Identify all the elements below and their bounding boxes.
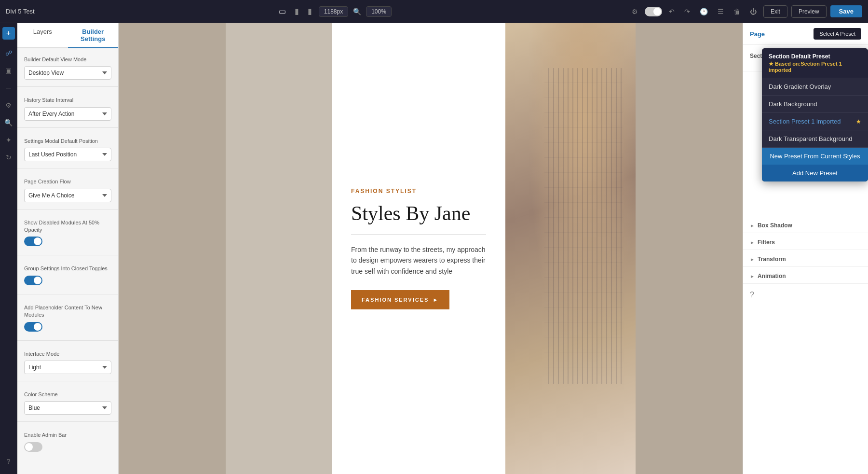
zoom-badge[interactable]: 100% bbox=[366, 6, 392, 17]
admin-bar-toggle-row bbox=[24, 442, 111, 452]
dropdown-header-item: Section Default Preset ★ Based on:Sectio… bbox=[762, 48, 868, 78]
right-panel-header: Page Select A Preset bbox=[743, 23, 868, 45]
active-star-icon: ★ bbox=[856, 118, 861, 125]
section-page-flow: Page Creation Flow Give Me A Choice Alwa… bbox=[17, 170, 118, 207]
filters-chevron: ► bbox=[750, 240, 755, 245]
interface-mode-select[interactable]: Light Dark System bbox=[24, 361, 111, 374]
disabled-opacity-toggle[interactable] bbox=[24, 237, 42, 246]
card-heading: Styles By Jane bbox=[351, 202, 486, 224]
mobile-view-icon[interactable]: ▮ bbox=[306, 5, 314, 18]
disabled-opacity-toggle-row bbox=[24, 237, 111, 246]
redo-icon[interactable]: ↷ bbox=[681, 6, 693, 17]
view-mode-label: Builder Default View Mode bbox=[24, 56, 111, 63]
transform-chevron: ► bbox=[750, 257, 755, 262]
panel-tabs: Layers Builder Settings bbox=[17, 23, 118, 48]
topbar-center: ▭ ▮ ▮ 1188px 🔍 100% bbox=[277, 5, 392, 18]
select-preset-button[interactable]: Select A Preset bbox=[814, 28, 861, 40]
history-icon[interactable]: 🕐 bbox=[697, 6, 711, 17]
dropdown-item-gradient[interactable]: Dark Gradient Overlay bbox=[762, 78, 868, 96]
section-admin-bar: Enable Admin Bar bbox=[17, 424, 118, 458]
tablet-view-icon[interactable]: ▮ bbox=[293, 5, 301, 18]
card-body: From the runway to the streets, my appro… bbox=[351, 244, 486, 277]
page-flow-select[interactable]: Give Me A Choice Always Start Fresh Clon… bbox=[24, 189, 111, 202]
icon-bar-bottom: ? bbox=[5, 454, 13, 474]
preset-dropdown: Section Default Preset ★ Based on:Sectio… bbox=[762, 48, 868, 181]
layout-icon[interactable]: ☰ bbox=[715, 6, 727, 17]
disabled-opacity-label: Show Disabled Modules At 50% Opacity bbox=[24, 219, 111, 234]
settings-panel-icon[interactable]: ⚙ bbox=[0, 98, 17, 113]
left-panel: Layers Builder Settings Builder Default … bbox=[17, 23, 119, 474]
box-shadow-label: Box Shadow bbox=[758, 222, 792, 229]
main: + ☍ ▣ ─ ⚙ 🔍 ✦ ↻ ? Layers Builder Setting… bbox=[0, 23, 868, 474]
tab-page[interactable]: Page bbox=[750, 30, 765, 38]
dropdown-item-dark-transparent[interactable]: Dark Transparent Background bbox=[762, 130, 868, 148]
animation-section[interactable]: ► Animation bbox=[743, 267, 868, 284]
animation-label: Animation bbox=[758, 273, 786, 279]
card-divider bbox=[351, 234, 486, 235]
history-label: History State Interval bbox=[24, 97, 111, 104]
help-icon[interactable]: ? bbox=[5, 454, 13, 469]
transform-section[interactable]: ► Transform bbox=[743, 250, 868, 267]
save-button[interactable]: Save bbox=[830, 5, 862, 17]
history-panel-icon[interactable]: ↻ bbox=[0, 150, 17, 165]
filters-section[interactable]: ► Filters bbox=[743, 233, 868, 250]
power-icon[interactable]: ⏻ bbox=[747, 6, 760, 17]
canvas: Fashion Stylist Styles By Jane From the … bbox=[119, 23, 743, 474]
modules-icon[interactable]: ▣ bbox=[0, 63, 17, 78]
canvas-photo bbox=[505, 23, 636, 474]
topbar: Divi 5 Test ▭ ▮ ▮ 1188px 🔍 100% ⚙ ↶ ↷ 🕐 … bbox=[0, 0, 868, 23]
tab-layers[interactable]: Layers bbox=[17, 23, 68, 47]
canvas-content: Fashion Stylist Styles By Jane From the … bbox=[226, 23, 636, 474]
admin-bar-label: Enable Admin Bar bbox=[24, 432, 111, 439]
layers-icon[interactable]: ☍ bbox=[0, 45, 17, 61]
effects-icon[interactable]: ✦ bbox=[0, 132, 17, 148]
canvas-gray-area bbox=[226, 23, 332, 474]
section-placeholder: Add Placeholder Content To New Modules bbox=[17, 296, 118, 338]
section-view-mode: Builder Default View Mode Desktop View T… bbox=[17, 48, 118, 84]
canvas-card: Fashion Stylist Styles By Jane From the … bbox=[332, 23, 505, 474]
preview-button[interactable]: Preview bbox=[791, 5, 827, 18]
page-flow-label: Page Creation Flow bbox=[24, 178, 111, 185]
desktop-view-icon[interactable]: ▭ bbox=[277, 5, 288, 18]
box-shadow-section[interactable]: ► Box Shadow bbox=[743, 216, 868, 233]
trash-icon[interactable]: 🗑 bbox=[731, 6, 743, 17]
modal-position-label: Settings Modal Default Position bbox=[24, 138, 111, 145]
theme-toggle[interactable] bbox=[645, 7, 662, 16]
color-scheme-select[interactable]: Blue Green Red Purple bbox=[24, 401, 111, 415]
settings-icon[interactable]: ⚙ bbox=[629, 6, 641, 17]
dropdown-based-on-label: ★ Based on:Section Preset 1 imported bbox=[769, 61, 861, 73]
help-icon[interactable]: ? bbox=[750, 291, 754, 299]
view-mode-select[interactable]: Desktop View Tablet View Mobile View bbox=[24, 66, 111, 80]
transform-label: Transform bbox=[758, 256, 786, 263]
search-panel-icon[interactable]: 🔍 bbox=[0, 115, 17, 130]
interface-mode-label: Interface Mode bbox=[24, 350, 111, 358]
search-icon[interactable]: 🔍 bbox=[353, 8, 361, 15]
section-history: History State Interval After Every Actio… bbox=[17, 89, 118, 125]
width-badge[interactable]: 1188px bbox=[319, 6, 348, 17]
styles-icon[interactable]: ─ bbox=[0, 80, 17, 96]
canvas-cta-button[interactable]: Fashion Services ► bbox=[351, 290, 449, 309]
exit-button[interactable]: Exit bbox=[763, 5, 787, 18]
undo-icon[interactable]: ↶ bbox=[666, 6, 678, 17]
group-settings-toggle[interactable] bbox=[24, 276, 42, 285]
right-panel: Page Select A Preset Section Default Pre… bbox=[743, 23, 868, 474]
placeholder-toggle[interactable] bbox=[24, 322, 42, 332]
placeholder-label: Add Placeholder Content To New Modules bbox=[24, 304, 111, 319]
site-title: Divi 5 Test bbox=[6, 8, 35, 15]
add-new-preset-button[interactable]: Add New Preset bbox=[762, 165, 868, 181]
add-button[interactable]: + bbox=[2, 27, 15, 40]
admin-bar-toggle[interactable] bbox=[24, 442, 42, 452]
placeholder-toggle-row bbox=[24, 322, 111, 332]
section-disabled-opacity: Show Disabled Modules At 50% Opacity bbox=[17, 211, 118, 253]
modal-position-select[interactable]: Last Used Position Center Corner bbox=[24, 148, 111, 161]
topbar-right: ⚙ ↶ ↷ 🕐 ☰ 🗑 ⏻ Exit Preview Save bbox=[629, 5, 862, 18]
box-shadow-chevron: ► bbox=[750, 223, 755, 228]
dropdown-item-dark-bg[interactable]: Dark Background bbox=[762, 96, 868, 113]
dropdown-default-preset-label: Section Default Preset bbox=[769, 53, 861, 60]
tab-builder-settings[interactable]: Builder Settings bbox=[68, 23, 119, 48]
dropdown-item-preset1[interactable]: Section Preset 1 imported ★ bbox=[762, 113, 868, 130]
fashion-image bbox=[505, 23, 636, 474]
section-interface-mode: Interface Mode Light Dark System bbox=[17, 343, 118, 379]
history-select[interactable]: After Every Action Manually bbox=[24, 107, 111, 121]
new-preset-from-styles-button[interactable]: New Preset From Current Styles bbox=[762, 148, 868, 165]
